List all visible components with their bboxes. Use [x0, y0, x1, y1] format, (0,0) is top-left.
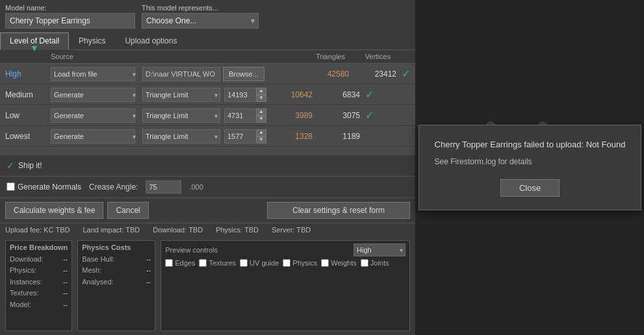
col-level-header	[5, 53, 51, 60]
col-source-header: Source	[51, 53, 155, 60]
model-name-label: Model name:	[5, 4, 135, 12]
ship-icon: ✓	[6, 160, 14, 171]
spin-buttons-lowest: ▲ ▼	[256, 129, 266, 143]
model-preview-area: Cherry Topper Earrings failed to upload:…	[416, 0, 644, 335]
uvguide-checkbox[interactable]	[240, 259, 248, 267]
ship-it-label: Ship it!	[18, 161, 42, 170]
joints-checkbox[interactable]	[361, 259, 368, 267]
col-triangles-header: Triangles	[300, 53, 345, 60]
preview-option-uvguide[interactable]: UV guide	[240, 259, 279, 267]
model-represents-label: This model represents...	[142, 4, 259, 12]
physics-row-analysed: Analysed: --	[82, 277, 151, 288]
preview-option-joints[interactable]: Joints	[361, 259, 389, 267]
source-select-medium[interactable]: Generate Load from file None	[51, 88, 135, 102]
preview-quality-select[interactable]: High Medium Low Lowest	[354, 243, 406, 256]
source-dropdown-wrapper-lowest: Generate Load from file None	[51, 129, 138, 143]
spin-down-low[interactable]: ▼	[256, 116, 266, 123]
model-name-input[interactable]	[5, 13, 135, 29]
action-buttons: Calculate weights & fee Cancel Clear set…	[0, 197, 415, 223]
cancel-button[interactable]: Cancel	[107, 202, 148, 219]
price-row-textures: Textures: --	[10, 288, 68, 299]
ship-it-section: ✓ Ship it!	[0, 155, 415, 176]
price-row-physics: Physics: --	[10, 265, 68, 277]
generate-normals-label[interactable]: Generate Normals	[6, 182, 81, 192]
source-select-high[interactable]: Load from file Generate None	[51, 67, 135, 81]
textures-checkbox[interactable]	[199, 259, 207, 267]
triangles-high: 42580	[307, 69, 349, 79]
spin-down-lowest[interactable]: ▼	[256, 136, 266, 143]
crease-angle-label: Crease Angle:	[89, 182, 138, 192]
physics-row-mesh: Mesh: --	[82, 265, 151, 277]
col-vertices-header: Vertices	[345, 53, 391, 60]
preview-controls-title: Preview controls	[165, 246, 218, 254]
spin-up-low[interactable]: ▲	[256, 108, 266, 116]
check-icon-high: ✓	[402, 68, 410, 80]
preview-quality-wrapper: High Medium Low Lowest	[354, 243, 406, 256]
price-section: Price Breakdown Download: -- Physics: --…	[0, 236, 415, 336]
col-check-header	[391, 53, 410, 60]
spin-up-lowest[interactable]: ▲	[256, 129, 266, 136]
calculate-button[interactable]: Calculate weights & fee	[5, 202, 103, 219]
tab-lod[interactable]: Level of Detail ▼	[0, 32, 69, 50]
preview-controls-box: Preview controls High Medium Low Lowest …	[161, 240, 410, 332]
price-breakdown-title: Price Breakdown	[10, 243, 68, 251]
tabs-bar: Level of Detail ▼ Physics Upload options	[0, 32, 415, 50]
lod-row-lowest: Lowest Generate Load from file None Tria…	[0, 126, 415, 147]
physics-costs-title: Physics Costs	[82, 243, 151, 251]
tab-upload-options[interactable]: Upload options	[115, 32, 187, 49]
crease-input[interactable]	[146, 180, 181, 193]
browse-button-high[interactable]: Browse...	[223, 67, 264, 81]
clear-button[interactable]: Clear settings & reset form	[267, 202, 410, 219]
main-panel: Model name: This model represents... Cho…	[0, 0, 416, 335]
crease-input-wrapper	[146, 180, 181, 193]
physics-row-basehull: Base Hull: --	[82, 254, 151, 266]
preview-option-physics[interactable]: Physics	[283, 259, 317, 267]
source-select-low[interactable]: Generate Load from file None	[51, 108, 135, 123]
model-represents-dropdown-wrapper: Choose One... Clothing Object Avatar par…	[142, 13, 259, 29]
dialog-close-button[interactable]: Close	[500, 179, 560, 197]
generate-normals-checkbox[interactable]	[6, 182, 15, 191]
preview-option-weights[interactable]: Weights	[321, 259, 357, 267]
method-select-lowest[interactable]: Triangle Limit Vertex Count Error Thresh…	[142, 129, 220, 143]
right-panel: Cherry Topper Earrings failed to upload:…	[416, 0, 644, 335]
status-physics: Physics: TBD	[216, 226, 259, 234]
source-select-lowest[interactable]: Generate Load from file None	[51, 129, 135, 143]
status-server: Server: TBD	[272, 226, 311, 234]
level-label-high: High	[5, 69, 51, 79]
method-select-medium[interactable]: Triangle Limit Vertex Count Error Thresh…	[142, 88, 220, 102]
spin-buttons-low: ▲ ▼	[256, 108, 266, 123]
model-represents-select[interactable]: Choose One... Clothing Object Avatar par…	[142, 13, 259, 29]
triangles-lowest: 1328	[270, 132, 313, 141]
method-wrapper-medium: Triangle Limit Vertex Count Error Thresh…	[142, 88, 220, 102]
source-dropdown-wrapper-medium: Generate Load from file None	[51, 88, 138, 102]
level-label-medium: Medium	[5, 90, 51, 99]
preview-option-textures[interactable]: Textures	[199, 259, 236, 267]
dialog-overlay: Cherry Topper Earrings failed to upload:…	[416, 0, 644, 335]
source-dropdown-wrapper-high: Load from file Generate None	[51, 67, 138, 81]
spin-buttons-medium: ▲ ▼	[256, 88, 266, 102]
lod-table-header: Source Triangles Vertices	[0, 50, 415, 64]
physics-checkbox[interactable]	[283, 259, 290, 267]
spin-up-medium[interactable]: ▲	[256, 88, 266, 95]
preview-header: Preview controls High Medium Low Lowest	[165, 243, 406, 256]
level-label-lowest: Lowest	[5, 132, 51, 141]
file-path-high[interactable]	[142, 67, 220, 81]
method-wrapper-lowest: Triangle Limit Vertex Count Error Thresh…	[142, 129, 220, 143]
dialog-sub: See Firestorm.log for details	[435, 157, 626, 166]
status-land-impact: Land impact: TBD	[83, 226, 140, 234]
preview-option-edges[interactable]: Edges	[165, 259, 195, 267]
price-row-download: Download: --	[10, 254, 68, 266]
lod-row-high: High Load from file Generate None Browse…	[0, 64, 415, 84]
spin-down-medium[interactable]: ▼	[256, 95, 266, 102]
triangles-medium: 10642	[270, 90, 313, 99]
check-icon-low: ✓	[365, 109, 374, 121]
edges-checkbox[interactable]	[165, 259, 173, 267]
number-input-wrapper-lowest: ▲ ▼	[224, 129, 266, 143]
lod-row-medium: Medium Generate Load from file None Tria…	[0, 84, 415, 105]
tab-physics[interactable]: Physics	[69, 32, 115, 49]
method-select-low[interactable]: Triangle Limit Vertex Count Error Thresh…	[142, 108, 220, 123]
lod-row-low: Low Generate Load from file None Triangl…	[0, 105, 415, 126]
weights-checkbox[interactable]	[321, 259, 329, 267]
dialog-box: Cherry Topper Earrings failed to upload:…	[419, 125, 642, 211]
status-bar: Upload fee: KC TBD Land impact: TBD Down…	[0, 223, 415, 236]
